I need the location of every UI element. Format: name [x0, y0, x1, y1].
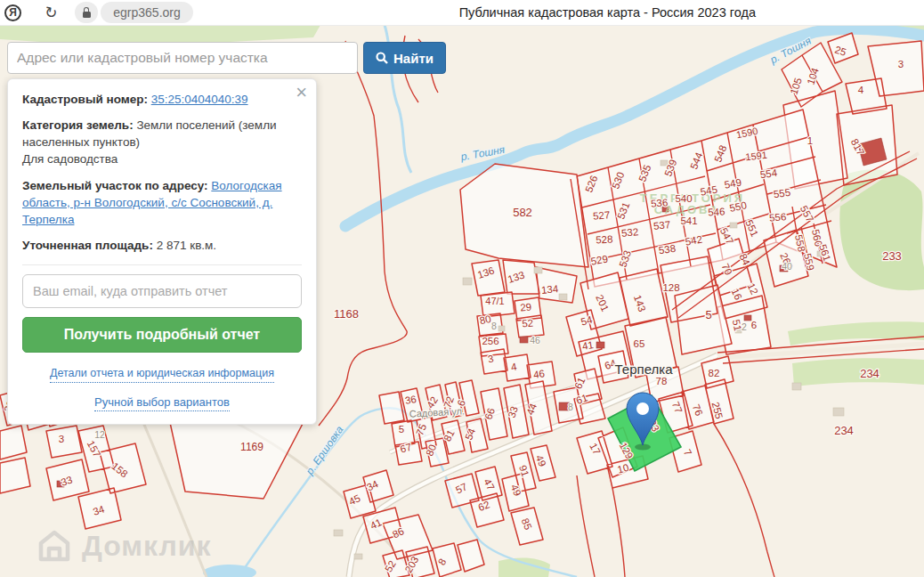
svg-text:233: 233: [882, 249, 902, 263]
svg-text:5: 5: [399, 424, 404, 435]
search-button[interactable]: Найти: [363, 42, 446, 74]
svg-text:234: 234: [834, 424, 854, 437]
svg-text:65: 65: [634, 338, 645, 349]
svg-text:29: 29: [520, 301, 532, 313]
svg-text:36: 36: [404, 394, 417, 406]
land-category-label: Категория земель:: [22, 118, 134, 132]
cadastral-number-row: Кадастровый номер: 35:25:0404040:39: [22, 91, 302, 108]
search-bar: Найти: [7, 42, 446, 74]
svg-text:5: 5: [705, 308, 711, 321]
svg-text:556: 556: [769, 211, 787, 223]
area-label: Уточненная площадь:: [22, 239, 153, 252]
svg-text:3: 3: [59, 434, 64, 444]
svg-text:6: 6: [751, 320, 757, 330]
address-label: Земельный участок по адресу:: [22, 179, 208, 192]
area-row: Уточненная площадь: 2 871 кв.м.: [22, 237, 302, 254]
svg-text:40: 40: [782, 261, 792, 272]
panel-divider: [22, 264, 302, 265]
get-report-button[interactable]: Получить подробный отчет: [22, 317, 302, 353]
svg-text:1: 1: [807, 135, 813, 146]
svg-text:527: 527: [593, 209, 611, 222]
svg-text:546: 546: [708, 207, 725, 218]
svg-text:3: 3: [898, 59, 904, 69]
svg-text:41: 41: [581, 339, 595, 352]
svg-text:536: 536: [651, 197, 669, 209]
svg-text:46: 46: [532, 368, 545, 380]
svg-text:532: 532: [620, 226, 638, 239]
lock-icon[interactable]: [75, 2, 98, 23]
manual-select-link[interactable]: Ручной выбор вариантов: [94, 394, 230, 411]
svg-text:8: 8: [491, 321, 497, 331]
svg-text:78: 78: [656, 376, 668, 386]
parcel-info-panel: × Кадастровый номер: 35:25:0404040:39 Ка…: [7, 78, 317, 425]
close-icon[interactable]: ×: [296, 83, 307, 102]
page-title: Публичная кадастровая карта - Россия 202…: [459, 5, 756, 20]
search-icon: [376, 52, 388, 64]
svg-text:537: 537: [652, 219, 670, 232]
svg-text:52: 52: [522, 317, 534, 329]
url-field[interactable]: egrp365.org: [101, 2, 193, 23]
address-row: Земельный участок по адресу: Вологодская…: [22, 177, 302, 228]
area-value: 2 871 кв.м.: [157, 239, 216, 252]
svg-text:540: 540: [675, 193, 692, 204]
svg-text:8: 8: [568, 402, 573, 412]
search-input[interactable]: [7, 42, 358, 74]
svg-text:528: 528: [596, 234, 613, 246]
svg-text:134: 134: [540, 283, 559, 296]
svg-text:12: 12: [94, 429, 105, 440]
land-use-value: Для садоводства: [22, 150, 302, 167]
yandex-browser-icon[interactable]: Я: [4, 4, 21, 21]
svg-text:582: 582: [513, 206, 532, 219]
email-field[interactable]: [22, 274, 302, 308]
pond: [203, 565, 256, 577]
svg-text:4: 4: [858, 85, 864, 95]
svg-text:Терпелка: Терпелка: [615, 362, 674, 377]
svg-text:128: 128: [662, 282, 679, 293]
refresh-icon[interactable]: ↻: [44, 4, 59, 20]
svg-text:1168: 1168: [334, 307, 359, 321]
svg-text:541: 541: [680, 215, 697, 226]
svg-text:82: 82: [709, 368, 720, 378]
cadastral-number-label: Кадастровый номер:: [22, 93, 148, 106]
report-details-link[interactable]: Детали отчета и юридическая информация: [50, 366, 274, 383]
svg-text:р. Ершовка: р. Ершовка: [303, 424, 346, 478]
app-window: ТЕРРИТОРИЯСАДОВА 52653053553952753153654…: [0, 0, 924, 577]
cadastral-number-link[interactable]: 35:25:0404040:39: [151, 93, 248, 106]
svg-text:47/1: 47/1: [485, 296, 504, 306]
svg-text:1591: 1591: [745, 150, 768, 162]
svg-text:256: 256: [482, 336, 498, 346]
land-category-row: Категория земель: Земли поселений (земли…: [22, 117, 302, 167]
svg-text:2: 2: [742, 321, 747, 332]
svg-text:46: 46: [530, 335, 540, 345]
svg-text:1169: 1169: [240, 441, 263, 453]
browser-topbar: Я ↻ egrp365.org Публичная кадастровая ка…: [0, 0, 924, 26]
search-button-label: Найти: [393, 51, 434, 66]
svg-text:234: 234: [860, 367, 879, 380]
